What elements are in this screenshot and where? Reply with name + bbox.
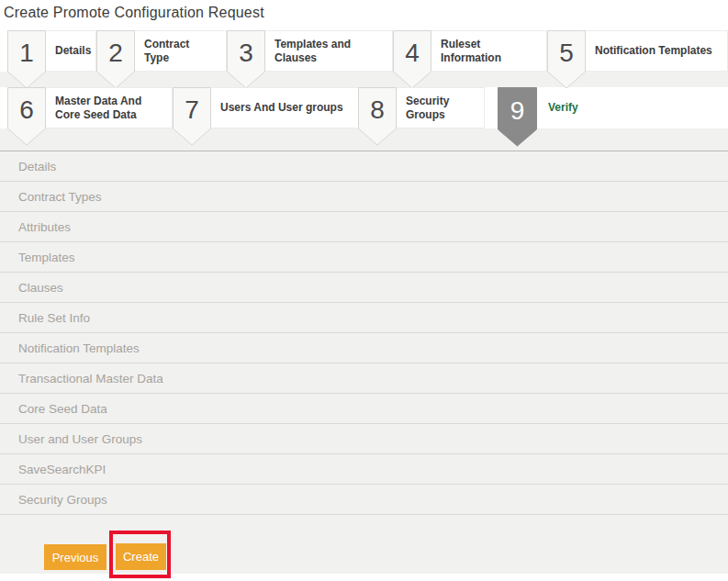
section-row-security-groups[interactable]: Security Groups [0,485,728,515]
page-title: Create Promote Configuration Request [4,5,264,21]
wizard-step-security-groups[interactable]: 8 Security Groups [358,87,485,146]
section-row-savesearchkpi[interactable]: SaveSearchKPI [0,454,728,485]
svg-text:7: 7 [185,95,199,124]
create-button[interactable]: Create [116,543,166,570]
step-number-pennant-icon: 1 [7,30,46,89]
svg-text:5: 5 [559,39,574,67]
step-label: Templates and Clauses [265,30,393,72]
svg-text:1: 1 [19,39,34,67]
create-promote-configuration-page: Create Promote Configuration Request 1 D… [0,0,728,581]
section-row-notification-templates[interactable]: Notification Templates [0,333,728,363]
step-label: Contract Type [135,30,227,72]
wizard-step-ruleset-information[interactable]: 4 Ruleset Information [393,30,547,89]
svg-text:3: 3 [239,39,253,67]
svg-text:9: 9 [510,96,525,125]
step-number-pennant-icon: 2 [96,30,135,89]
wizard-step-details[interactable]: 1 Details [7,30,96,89]
step-number-pennant-icon: 5 [547,30,586,89]
section-row-clauses[interactable]: Clauses [0,273,728,303]
step-number-pennant-icon: 3 [227,30,265,89]
verify-section-list: Details Contract Types Attributes Templa… [0,151,728,515]
section-row-rule-set-info[interactable]: Rule Set Info [0,303,728,333]
step-number-pennant-icon: 8 [358,87,397,146]
step-number-pennant-icon: 7 [173,87,211,146]
step-label: Master Data And Core Seed Data [46,87,173,128]
step-label: Users And User groups [211,87,359,128]
step-label: Security Groups [397,87,485,128]
step-number-pennant-icon: 6 [7,87,46,146]
step-label: Ruleset Information [431,30,547,72]
wizard-step-master-data-core-seed[interactable]: 6 Master Data And Core Seed Data [7,87,173,146]
wizard-step-templates-clauses[interactable]: 3 Templates and Clauses [227,30,393,89]
svg-text:8: 8 [370,95,385,124]
section-row-details[interactable]: Details [0,151,728,182]
section-row-templates[interactable]: Templates [0,242,728,273]
step-label: Notification Templates [586,30,728,72]
section-row-user-and-user-groups[interactable]: User and User Groups [0,424,728,454]
step-number-pennant-icon: 4 [393,30,431,89]
section-row-attributes[interactable]: Attributes [0,212,728,242]
svg-text:4: 4 [405,39,420,67]
wizard-step-users-user-groups[interactable]: 7 Users And User groups [173,87,359,146]
wizard-step-contract-type[interactable]: 2 Contract Type [96,30,227,89]
step-label: Details [46,30,96,72]
wizard-step-verify-active[interactable]: 9 Verify [498,87,588,147]
section-row-contract-types[interactable]: Contract Types [0,182,728,212]
section-row-transactional-master-data[interactable]: Transactional Master Data [0,363,728,394]
svg-text:6: 6 [19,95,34,124]
wizard-step-notification-templates[interactable]: 5 Notification Templates [547,30,728,89]
section-row-core-seed-data[interactable]: Core Seed Data [0,394,728,424]
step-label: Verify [537,87,588,128]
previous-button[interactable]: Previous [44,544,106,570]
step-number-pennant-icon: 9 [498,87,537,147]
svg-text:2: 2 [108,39,123,67]
